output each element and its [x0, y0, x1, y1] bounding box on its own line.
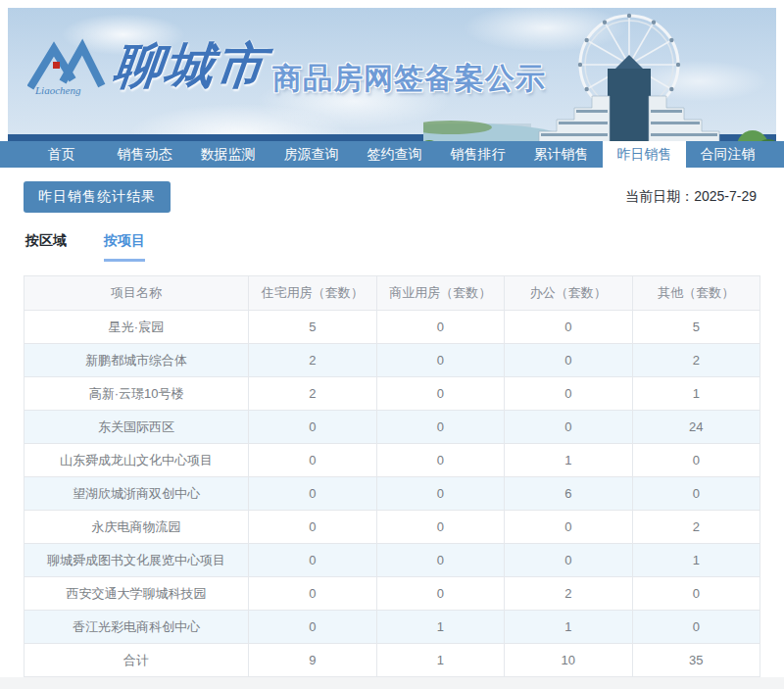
value-cell: 0: [376, 344, 504, 377]
value-cell: 0: [632, 611, 760, 644]
site-brand: Liaocheng 聊城市 商品房网签备案公示: [27, 35, 546, 99]
value-cell: 0: [249, 477, 376, 511]
logo-text: Liaocheng: [34, 84, 81, 96]
value-cell: 0: [376, 544, 504, 577]
value-cell: 1: [376, 644, 504, 677]
project-name-cell: 山东舜成龙山文化中心项目: [24, 444, 249, 477]
value-cell: 0: [376, 477, 504, 511]
value-cell: 0: [505, 544, 632, 577]
project-name-cell: 新鹏都城市综合体: [24, 344, 249, 377]
view-subtabs: 按区域 按项目: [24, 232, 760, 262]
city-name: 聊城市: [111, 35, 270, 96]
value-cell: 0: [376, 311, 504, 344]
value-cell: 2: [249, 344, 376, 377]
main-content: 昨日销售统计结果 当前日期：2025-7-29 按区域 按项目 项目名称 住宅用…: [0, 168, 784, 677]
table-row: 山东舜成龙山文化中心项目 0 0 1 0: [24, 444, 760, 477]
value-cell: 0: [376, 577, 504, 611]
table-row: 东关国际西区 0 0 0 24: [24, 411, 760, 444]
table-row: 合计 9 1 10 35: [24, 644, 760, 677]
value-cell: 0: [632, 444, 760, 477]
table-row: 新鹏都城市综合体 2 0 0 2: [24, 344, 760, 377]
value-cell: 10: [505, 644, 632, 677]
sales-table-header: 项目名称 住宅用房（套数） 商业用房（套数） 办公（套数） 其他（套数）: [24, 276, 760, 311]
nav-item[interactable]: 签约查询: [353, 141, 436, 168]
value-cell: 5: [632, 311, 760, 344]
table-row: 西安交通大学聊城科技园 0 0 2 0: [24, 577, 760, 611]
table-row: 香江光彩电商科创中心 0 1 1 0: [24, 611, 760, 644]
current-date-value: 2025-7-29: [694, 188, 757, 204]
nav-item[interactable]: 销售排行: [436, 141, 519, 168]
table-row: 望湖欣城浙商双创中心 0 0 6 0: [24, 477, 760, 511]
table-row: 永庆电商物流园 0 0 0 2: [24, 511, 760, 544]
value-cell: 2: [249, 377, 376, 411]
project-name-cell: 香江光彩电商科创中心: [24, 611, 249, 644]
nav-item[interactable]: 昨日销售: [603, 141, 686, 168]
value-cell: 5: [249, 311, 376, 344]
value-cell: 1: [505, 444, 632, 477]
value-cell: 0: [505, 344, 632, 377]
value-cell: 1: [632, 544, 760, 577]
value-cell: 2: [505, 577, 632, 611]
value-cell: 0: [376, 411, 504, 444]
toolbar: 昨日销售统计结果 当前日期：2025-7-29: [24, 181, 760, 213]
value-cell: 2: [632, 511, 760, 544]
table-body: 星光·宸园 5 0 0 5 新鹏都城市综合体 2 0 0 2 高新·云璟10号楼…: [24, 311, 760, 677]
project-name-cell: 永庆电商物流园: [24, 511, 249, 544]
value-cell: 35: [632, 644, 760, 677]
value-cell: 0: [505, 511, 632, 544]
value-cell: 0: [376, 511, 504, 544]
page: Liaocheng 聊城市 商品房网签备案公示 首页销售动态数据监测房源查询签约…: [0, 0, 784, 689]
value-cell: 1: [376, 611, 504, 644]
value-cell: 9: [249, 644, 376, 677]
nav-item[interactable]: 首页: [20, 141, 103, 168]
nav-item[interactable]: 数据监测: [186, 141, 270, 168]
value-cell: 1: [632, 377, 760, 411]
value-cell: 0: [249, 411, 376, 444]
logo-red-square: [53, 62, 60, 69]
col-header-office: 办公（套数）: [505, 276, 632, 311]
nav-item[interactable]: 合同注销: [686, 141, 769, 168]
value-cell: 0: [632, 577, 760, 611]
table-row: 聊城舜成图书文化展览中心项目 0 0 0 1: [24, 544, 760, 577]
value-cell: 0: [249, 544, 376, 577]
table-row: 星光·宸园 5 0 0 5: [24, 311, 760, 344]
value-cell: 6: [505, 477, 632, 511]
project-name-cell: 东关国际西区: [24, 411, 249, 444]
subtab-by-project[interactable]: 按项目: [104, 232, 145, 262]
project-name-cell: 望湖欣城浙商双创中心: [24, 477, 249, 511]
table-row: 高新·云璟10号楼 2 0 0 1: [24, 377, 760, 411]
col-header-other: 其他（套数）: [632, 276, 760, 311]
city-building-illustration: [516, 55, 742, 141]
value-cell: 0: [632, 477, 760, 511]
value-cell: 0: [249, 444, 376, 477]
project-name-cell: 西安交通大学聊城科技园: [24, 577, 249, 611]
project-name-cell: 聊城舜成图书文化展览中心项目: [24, 544, 249, 577]
nav-item[interactable]: 销售动态: [103, 141, 186, 168]
project-name-cell: 合计: [24, 644, 249, 677]
value-cell: 0: [249, 511, 376, 544]
current-date: 当前日期：2025-7-29: [625, 188, 760, 206]
subtab-by-region[interactable]: 按区域: [25, 232, 67, 262]
value-cell: 0: [249, 577, 376, 611]
value-cell: 0: [505, 377, 632, 411]
value-cell: 0: [376, 444, 504, 477]
nav-item[interactable]: 累计销售: [519, 141, 603, 168]
value-cell: 0: [249, 611, 376, 644]
project-name-cell: 星光·宸园: [24, 311, 249, 344]
value-cell: 0: [505, 311, 632, 344]
col-header-project-name: 项目名称: [24, 276, 249, 311]
project-name-cell: 高新·云璟10号楼: [24, 377, 249, 411]
sales-table: 项目名称 住宅用房（套数） 商业用房（套数） 办公（套数） 其他（套数） 星光·…: [24, 275, 760, 677]
yesterday-sales-stats-button[interactable]: 昨日销售统计结果: [24, 181, 171, 213]
nav-item[interactable]: 房源查询: [270, 141, 353, 168]
current-date-label: 当前日期：: [625, 188, 694, 204]
value-cell: 0: [376, 377, 504, 411]
main-nav: 首页销售动态数据监测房源查询签约查询销售排行累计销售昨日销售合同注销: [0, 141, 784, 168]
page-footer: [0, 677, 784, 689]
value-cell: 2: [632, 344, 760, 377]
value-cell: 1: [505, 611, 632, 644]
col-header-commercial: 商业用房（套数）: [376, 276, 504, 311]
page-title: 商品房网签备案公示: [272, 59, 546, 99]
col-header-residential: 住宅用房（套数）: [249, 276, 376, 311]
logo-mountain-icon: Liaocheng: [27, 35, 106, 96]
